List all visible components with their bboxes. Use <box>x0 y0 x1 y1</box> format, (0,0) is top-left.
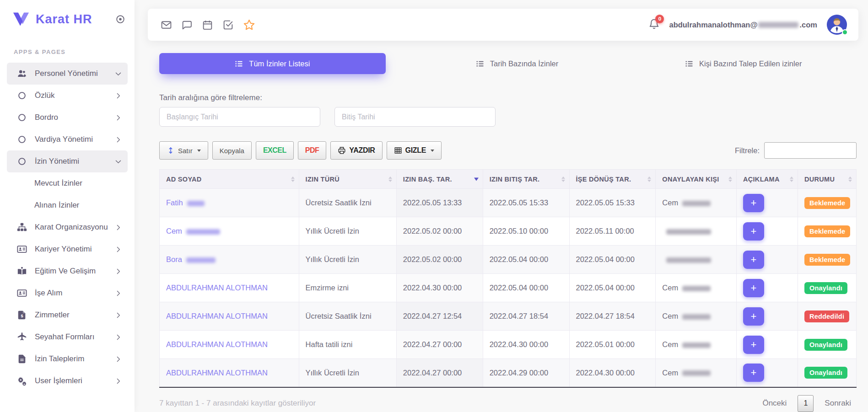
circle-icon <box>17 156 27 166</box>
sidebar-item-ise-alim[interactable]: İşe Alım <box>7 282 128 304</box>
leave-start-cell: 2022.05.02 00:00 <box>396 246 483 274</box>
sidebar-item-label: İzin Yönetimi <box>35 157 114 166</box>
column-header-aciklama[interactable]: AÇIKLAMA <box>737 170 798 189</box>
expand-description-button[interactable]: + <box>743 364 764 382</box>
tab-kisi-bazind-talep-edilen-izinler[interactable]: Kişi Bazınd Talep Edilen izinler <box>630 53 857 74</box>
user-email-prefix: abdulrahmanalothman@ <box>669 21 757 29</box>
sidebar-item-label: Eğitim Ve Gelişim <box>35 267 114 276</box>
blurred-approver <box>682 370 711 376</box>
column-header-izin-turu[interactable]: IZIN TÜRÜ <box>299 170 396 189</box>
tab-tarih-bazinda-izinler[interactable]: Tarih Bazında İzinler <box>404 53 631 74</box>
sidebar-item-bordro[interactable]: Bordro <box>7 107 128 128</box>
tasks-icon[interactable] <box>222 19 234 31</box>
user-email[interactable]: abdulrahmanalothman@.com <box>669 21 817 29</box>
sidebar-item-user-islemleri[interactable]: User İşlemleri <box>7 370 128 392</box>
tab-label: Tarih Bazında İzinler <box>490 59 559 68</box>
sidebar-item-alinan-izinler[interactable]: Alınan İzinler <box>7 194 128 216</box>
column-header-durumu[interactable]: DURUMU <box>798 170 857 189</box>
sort-arrows-icon <box>647 177 651 182</box>
excel-export-button[interactable]: EXCEL <box>256 141 294 160</box>
column-header-ad-soyad[interactable]: AD SOYAD <box>160 170 299 189</box>
employee-name-link[interactable]: ABDULRAHMAN ALOTHMAN <box>166 369 268 377</box>
leave-type-cell: Yıllık Ücretli İzin <box>299 359 396 387</box>
leave-end-cell: 2022.05.10 00:00 <box>483 217 569 246</box>
sidebar-item-label: Kariyer Yönetimi <box>35 245 114 254</box>
sidebar-item-kariyer-yonetimi[interactable]: Kariyer Yönetimi <box>7 238 128 260</box>
tab-label: Tüm İzinler Listesi <box>249 59 310 68</box>
chevron-right-icon <box>114 136 122 144</box>
sidebar-item-seyahat-formlari[interactable]: Seyahat Formları <box>7 326 128 348</box>
sort-arrows-icon <box>388 177 392 182</box>
sidebar-item-izin-taleplerim[interactable]: İzin Taleplerim <box>7 348 128 370</box>
sidebar-item-karat-organizasyonu[interactable]: Karat Organizasyonu <box>7 216 128 238</box>
expand-description-button[interactable]: + <box>743 222 764 241</box>
column-header-label: AÇIKLAMA <box>743 176 780 183</box>
leave-start-cell: 2022.04.27 00:00 <box>396 331 483 359</box>
status-cell: Reddedildi <box>798 302 857 331</box>
rows-per-page-button[interactable]: Satır <box>159 141 208 160</box>
sidebar-pin-toggle-icon[interactable] <box>115 14 125 24</box>
employee-name-link[interactable]: Cem <box>166 227 182 235</box>
sidebar: Karat HR APPS & PAGES Personel Yönetimi … <box>0 0 135 412</box>
sidebar-item-egitim-ve-gelisim[interactable]: Eğitim Ve Gelişim <box>7 260 128 282</box>
chevron-down-icon <box>114 70 122 78</box>
avatar[interactable] <box>826 14 847 35</box>
table-search-input[interactable] <box>764 142 857 159</box>
column-header-izin-bas-tar[interactable]: IZIN BAŞ. TAR. <box>396 170 483 189</box>
start-date-input[interactable] <box>159 107 320 127</box>
calendar-icon[interactable] <box>202 19 213 31</box>
employee-name-link[interactable]: ABDULRAHMAN ALOTHMAN <box>166 340 268 348</box>
sidebar-item-ozluk[interactable]: Özlük <box>7 85 128 107</box>
end-date-input[interactable] <box>334 107 496 127</box>
expand-description-button[interactable]: + <box>743 194 764 212</box>
favorite-star-icon[interactable] <box>243 19 255 31</box>
rows-per-page-label: Satır <box>178 147 193 155</box>
name-cell: Bora <box>160 246 299 274</box>
name-cell: ABDULRAHMAN ALOTHMAN <box>160 359 299 387</box>
name-cell: ABDULRAHMAN ALOTHMAN <box>160 331 299 359</box>
sidebar-item-zimmetler[interactable]: $ Zimmetler <box>7 304 128 326</box>
employee-name-link[interactable]: Fatih <box>166 198 183 207</box>
employee-name-link[interactable]: Bora <box>166 255 182 263</box>
chevron-right-icon <box>114 246 122 253</box>
status-badge: Onaylandı <box>804 282 847 294</box>
employee-name-link[interactable]: ABDULRAHMAN ALOTHMAN <box>166 312 268 320</box>
notifications-button[interactable]: 0 <box>648 18 660 32</box>
blurred-approver <box>682 342 711 348</box>
expand-description-button[interactable]: + <box>743 307 764 326</box>
tab-tum-izinler-listesi[interactable]: Tüm İzinler Listesi <box>159 53 386 74</box>
sidebar-item-izin-yonetimi[interactable]: İzin Yönetimi <box>7 150 128 172</box>
mail-icon[interactable] <box>161 19 172 31</box>
column-visibility-button[interactable]: GIZLE <box>387 141 442 160</box>
approver-name: Cem <box>662 369 678 377</box>
pagination-next[interactable]: Sonraki <box>825 399 851 408</box>
column-header-onaylayan-kisi[interactable]: ONAYLAYAN KIŞI <box>656 170 737 189</box>
top-navbar: 0 abdulrahmanalothman@.com <box>148 9 858 41</box>
column-header-ise-donus-tar[interactable]: İŞE DÖNÜŞ TAR. <box>569 170 656 189</box>
leave-type-cell: Ücretsiz Saatlik İzni <box>299 189 396 217</box>
pagination-page-1[interactable]: 1 <box>798 395 814 412</box>
description-cell: + <box>737 359 798 387</box>
column-header-izin-bitis-tar[interactable]: IZIN BITIŞ TAR. <box>483 170 569 189</box>
gears-icon <box>17 376 27 386</box>
pagination-previous[interactable]: Önceki <box>762 399 787 408</box>
employee-name-link[interactable]: ABDULRAHMAN ALOTHMAN <box>166 284 268 292</box>
sidebar-item-personel-yonetimi[interactable]: Personel Yönetimi <box>7 63 128 85</box>
caret-down-icon <box>431 150 434 152</box>
sidebar-item-mevcut-izinler[interactable]: Mevcut İzinler <box>7 172 128 194</box>
pdf-export-button[interactable]: PDF <box>298 141 327 160</box>
chat-icon[interactable] <box>181 19 193 31</box>
expand-description-button[interactable]: + <box>743 336 764 354</box>
date-filter-inputs <box>159 107 857 127</box>
sidebar-item-label: Karat Organizasyonu <box>35 223 114 232</box>
updown-arrow-icon <box>167 146 175 155</box>
svg-text:$: $ <box>21 314 23 318</box>
print-button[interactable]: YAZDIR <box>330 141 382 160</box>
expand-description-button[interactable]: + <box>743 279 764 297</box>
chevron-right-icon <box>114 268 122 275</box>
copy-button[interactable]: Kopyala <box>212 141 252 160</box>
navbar-user-area: 0 abdulrahmanalothman@.com <box>648 14 847 35</box>
sidebar-item-vardiya-yonetimi[interactable]: Vardiya Yönetimi <box>7 128 128 150</box>
expand-description-button[interactable]: + <box>743 251 764 269</box>
printer-icon <box>338 146 346 155</box>
